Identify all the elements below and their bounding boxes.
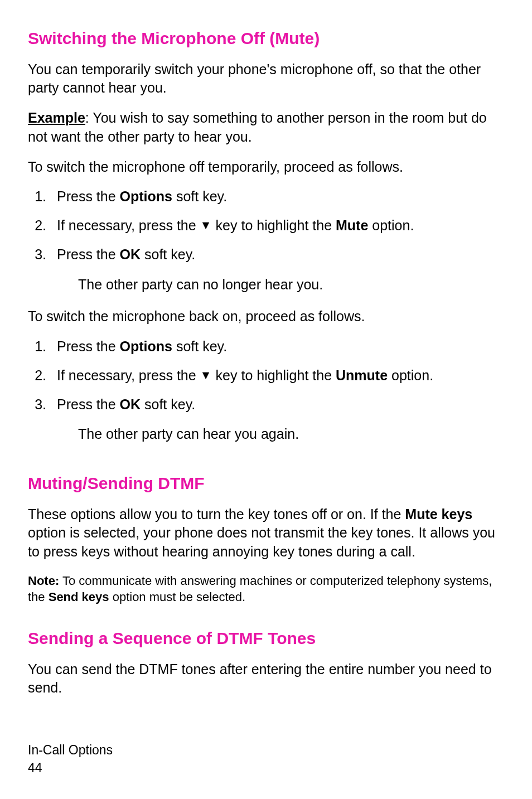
key-ok: OK	[120, 246, 141, 262]
key-options: Options	[120, 188, 172, 204]
text: option is selected, your phone does not …	[28, 525, 495, 559]
text: option must be selected.	[109, 590, 246, 604]
page-number: 44	[28, 759, 113, 777]
text: Press the	[57, 188, 120, 204]
step-on-2: If necessary, press the ▼ key to highlig…	[50, 366, 504, 385]
dtmf-seq-body: You can send the DTMF tones after enteri…	[28, 660, 504, 698]
step-off-1: Press the Options soft key.	[50, 187, 504, 206]
page-footer: In-Call Options 44	[28, 741, 113, 777]
example-label: Example	[28, 110, 85, 125]
dtmf-note: Note: To communicate with answering mach…	[28, 573, 504, 606]
lead-mic-on: To switch the microphone back on, procee…	[28, 307, 504, 326]
result-mic-on: The other party can hear you again.	[78, 425, 504, 444]
text: soft key.	[141, 396, 195, 412]
step-off-3: Press the OK soft key.	[50, 245, 504, 264]
text: soft key.	[141, 246, 195, 262]
heading-dtmf-seq: Sending a Sequence of DTMF Tones	[28, 628, 504, 649]
step-on-3: Press the OK soft key.	[50, 395, 504, 414]
step-off-2: If necessary, press the ▼ key to highlig…	[50, 216, 504, 235]
text: If necessary, press the	[57, 217, 200, 233]
result-mic-off: The other party can no longer hear you.	[78, 275, 504, 294]
text: option.	[388, 367, 433, 383]
dtmf-mute-body: These options allow you to turn the key …	[28, 505, 504, 561]
mute-example: Example: You wish to say something to an…	[28, 109, 504, 147]
down-arrow-icon: ▼	[200, 217, 212, 234]
heading-mute: Switching the Microphone Off (Mute)	[28, 28, 504, 49]
lead-mic-off: To switch the microphone off temporarily…	[28, 158, 504, 177]
mute-intro: You can temporarily switch your phone's …	[28, 60, 504, 98]
key-ok: OK	[120, 396, 141, 412]
text: key to highlight the	[212, 217, 336, 233]
text: Press the	[57, 396, 120, 412]
page: Switching the Microphone Off (Mute) You …	[0, 0, 532, 799]
step-on-1: Press the Options soft key.	[50, 337, 504, 356]
option-send-keys: Send keys	[49, 590, 109, 604]
text: Press the	[57, 246, 120, 262]
text: Press the	[57, 338, 120, 354]
down-arrow-icon: ▼	[200, 367, 212, 384]
option-mute: Mute	[336, 217, 368, 233]
text: key to highlight the	[212, 367, 336, 383]
option-mute-keys: Mute keys	[405, 506, 472, 522]
text: soft key.	[172, 338, 227, 354]
note-label: Note:	[28, 574, 59, 588]
text: If necessary, press the	[57, 367, 200, 383]
chapter-title: In-Call Options	[28, 741, 113, 759]
steps-mic-on: Press the Options soft key. If necessary…	[28, 337, 504, 414]
option-unmute: Unmute	[336, 367, 388, 383]
steps-mic-off: Press the Options soft key. If necessary…	[28, 187, 504, 264]
example-text: : You wish to say something to another p…	[28, 110, 487, 144]
heading-dtmf-mute: Muting/Sending DTMF	[28, 473, 504, 494]
text: soft key.	[172, 188, 227, 204]
key-options: Options	[120, 338, 172, 354]
text: option.	[368, 217, 414, 233]
text: These options allow you to turn the key …	[28, 506, 405, 522]
